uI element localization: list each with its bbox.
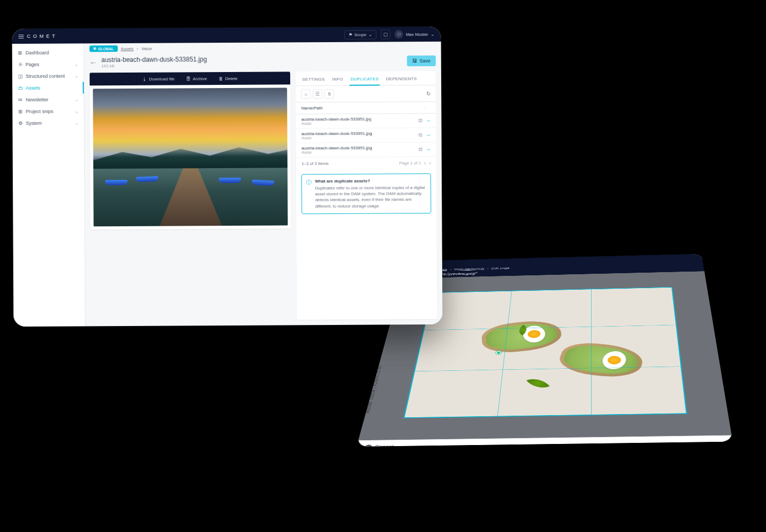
chevron-down-icon: ⌄ — [369, 32, 372, 37]
user-menu[interactable]: ⚇ Max Muster ⌄ — [395, 30, 435, 38]
sidebar-icon: 🗀 — [18, 85, 23, 91]
sidebar-label: Project snips — [26, 109, 53, 114]
row-path: /folder — [301, 150, 419, 154]
back-arrow-icon[interactable]: ← — [90, 58, 97, 67]
tab-settings[interactable]: SETTINGS — [301, 75, 326, 85]
chevron-down-icon: ⌄ — [431, 31, 435, 36]
food-toast-2 — [555, 340, 645, 380]
scope-label: Scope — [354, 32, 366, 37]
content-row: ⭳Download file 🗄Archive 🗑Delete — [84, 71, 442, 326]
back-crumb-mainnav[interactable]: Main navigation — [454, 267, 484, 271]
side-panel: SETTINGSINFODUPLICATESDEPENDENTS ⌕ ☰ 6 ↻… — [296, 71, 437, 320]
crop-grid-h2 — [415, 367, 681, 372]
toolbar-left: ⌕ ☰ 6 — [301, 89, 334, 99]
app-body: ⊞Dashboard⎘Pages⌄◫Structured content⌄🗀As… — [12, 42, 443, 327]
sidebar-icon: ⎘ — [18, 62, 23, 67]
crumb-sep: › — [137, 46, 138, 51]
sidebar-icon: ◫ — [18, 74, 23, 79]
open-external-icon[interactable]: ⧉ — [419, 132, 422, 138]
sidebar-item-dashboard[interactable]: ⊞Dashboard — [12, 46, 84, 59]
cancel-button[interactable]: ✕ Cancel — [364, 444, 394, 446]
page-subtitle: 163 kB — [101, 63, 207, 68]
menu-icon[interactable] — [19, 34, 24, 38]
sidebar-label: Newsletter — [26, 97, 49, 102]
crumb-sep: › — [450, 268, 452, 271]
save-button[interactable]: 🖫 Save — [407, 55, 436, 66]
pager-prev-icon[interactable]: ‹ — [424, 160, 426, 166]
table-body: austria-beach-dawn-dusk-533851.jpg/folde… — [296, 114, 436, 157]
img-boat — [219, 178, 241, 183]
sidebar-item-newsletter[interactable]: ✉Newsletter⌄ — [12, 93, 84, 106]
topbar-left: COMET — [19, 34, 58, 39]
download-button[interactable]: ⭳Download file — [142, 76, 174, 81]
pager-next-icon[interactable]: › — [429, 160, 430, 166]
watermark: Adobe Stock | #294475767 — [364, 364, 383, 413]
crumb-current: Value — [141, 46, 152, 51]
focal-point-handle[interactable] — [496, 351, 501, 355]
close-icon: ✕ — [364, 444, 372, 447]
sidebar-label: System — [26, 121, 42, 126]
download-icon: ⭳ — [142, 76, 147, 81]
sidebar-item-system[interactable]: ⚙System⌄ — [12, 117, 84, 129]
table-row[interactable]: austria-beach-dawn-dusk-533851.jpg/folde… — [296, 128, 436, 143]
scope-pill[interactable]: ⊕GLOBAL — [90, 45, 118, 52]
sidebar-label: Pages — [26, 62, 39, 67]
img-boat — [105, 180, 127, 185]
row-path: /folder — [301, 121, 419, 125]
scope-button[interactable]: ⚑ Scope ⌄ — [344, 30, 377, 39]
egg-yolk — [527, 329, 541, 338]
topbar-right: ⚑ Scope ⌄ ▢ ⚇ Max Muster ⌄ — [344, 29, 435, 39]
info-title: What are duplicate assets? — [315, 178, 426, 184]
save-label: Save — [419, 58, 430, 63]
sidebar: ⊞Dashboard⎘Pages⌄◫Structured content⌄🗀As… — [12, 43, 86, 327]
search-icon[interactable]: ⌕ — [301, 89, 311, 99]
topbar: COMET ⚑ Scope ⌄ ▢ ⚇ Max Muster ⌄ — [12, 27, 441, 44]
globe-icon: ⊕ — [93, 46, 97, 51]
table-row[interactable]: austria-beach-dawn-dusk-533851.jpg/folde… — [296, 142, 436, 157]
logo: COMET — [27, 34, 58, 39]
tab-duplicates[interactable]: DUPLICATES — [349, 75, 380, 86]
chevron-down-icon: ⌄ — [75, 121, 78, 125]
crumb-assets[interactable]: Assets — [121, 46, 133, 51]
open-external-icon[interactable]: ⧉ — [418, 117, 422, 124]
arrow-right-icon[interactable]: → — [426, 146, 431, 153]
open-external-icon[interactable]: ⧉ — [419, 146, 422, 153]
avocado-spread — [560, 343, 641, 377]
delete-button[interactable]: 🗑Delete — [219, 76, 237, 81]
filter-badge[interactable]: 6 — [325, 89, 334, 99]
info-box: ⓘ What are duplicate assets? Duplicates … — [301, 173, 431, 214]
sidebar-item-project-snips[interactable]: ⊞Project snips⌄ — [12, 105, 84, 117]
filter-icon[interactable]: ☰ — [313, 89, 323, 99]
sidebar-item-assets[interactable]: 🗀Assets — [12, 82, 84, 94]
col-menu-icon[interactable]: ⋮ — [423, 105, 430, 110]
tab-info[interactable]: INFO — [331, 75, 344, 85]
chevron-down-icon: ⌄ — [75, 62, 78, 67]
flag-icon: ⚑ — [348, 32, 352, 37]
sidebar-item-structured-content[interactable]: ◫Structured content⌄ — [12, 70, 84, 82]
table-header: Name/Path ⋮ — [296, 102, 436, 114]
col-name[interactable]: Name/Path — [301, 105, 424, 110]
basil-leaf — [526, 375, 550, 392]
arrow-right-icon[interactable]: → — [426, 132, 431, 138]
arrow-right-icon[interactable]: → — [425, 117, 430, 124]
crop-frame[interactable] — [403, 287, 687, 418]
page-title: austria-beach-dawn-dusk-533851.jpg — [101, 55, 207, 63]
avatar: ⚇ — [395, 30, 403, 38]
archive-button[interactable]: 🗄Archive — [186, 76, 207, 81]
refresh-icon[interactable]: ↻ — [426, 91, 430, 97]
sidebar-item-pages[interactable]: ⎘Pages⌄ — [12, 58, 84, 70]
table-row[interactable]: austria-beach-dawn-dusk-533851.jpg/folde… — [296, 114, 436, 129]
preview-image[interactable] — [93, 88, 288, 226]
save-icon: 🖫 — [412, 58, 417, 63]
preview-toolbar: ⭳Download file 🗄Archive 🗑Delete — [90, 72, 291, 85]
sidebar-label: Dashboard — [26, 50, 49, 55]
sidebar-icon: ✉ — [18, 97, 23, 102]
chevron-down-icon: ⌄ — [75, 109, 78, 114]
sidebar-label: Assets — [26, 85, 40, 91]
egg-yolk — [607, 355, 622, 365]
chevron-down-icon: ⌄ — [75, 74, 78, 78]
layout-icon[interactable]: ▢ — [381, 29, 390, 39]
tabs: SETTINGSINFODUPLICATESDEPENDENTS — [296, 71, 436, 86]
info-icon: ⓘ — [306, 179, 312, 209]
tab-dependents[interactable]: DEPENDENTS — [385, 74, 418, 85]
